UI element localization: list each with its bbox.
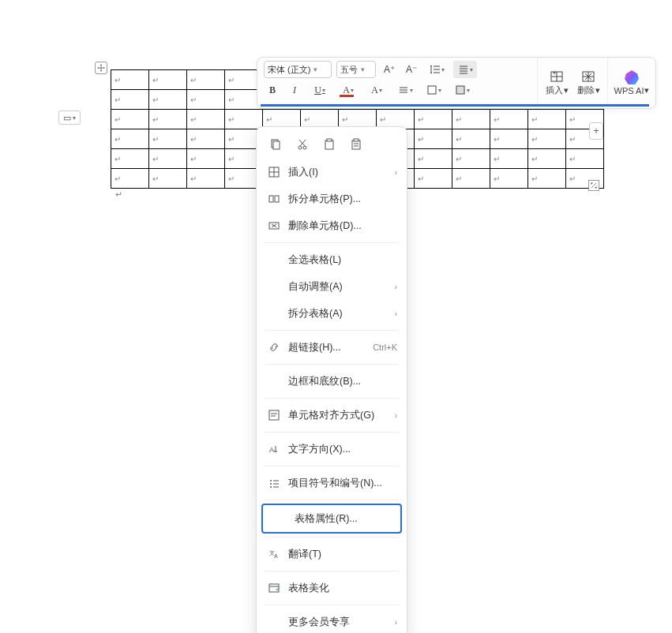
table-cell[interactable]: ↵	[452, 169, 490, 189]
highlight-color-button[interactable]: A ▾	[365, 81, 389, 99]
table-cell[interactable]: ↵	[528, 169, 566, 189]
insert-dropdown[interactable]: 插入▾	[542, 68, 571, 98]
chevron-down-icon: ▾	[644, 85, 649, 96]
table-cell[interactable]: ↵	[149, 70, 187, 90]
menu-item-translate[interactable]: 文A翻译(T)	[257, 541, 407, 567]
table-cell[interactable]: ↵	[149, 90, 187, 110]
chevron-down-icon: ▾	[322, 87, 325, 94]
table-cell[interactable]: ↵	[490, 149, 528, 169]
highlight-icon: A	[371, 84, 378, 96]
table-resize-handle[interactable]	[588, 180, 599, 191]
border-button[interactable]: ▾	[422, 81, 445, 99]
table-cell[interactable]: ↵	[415, 129, 452, 149]
bold-button[interactable]: B	[264, 81, 281, 99]
table-cell[interactable]: ↵	[490, 110, 528, 129]
table-cell[interactable]: ↵	[187, 169, 225, 189]
delete-table-icon	[581, 69, 595, 84]
table-cell[interactable]: ↵	[149, 129, 187, 149]
menu-item-split-table[interactable]: 拆分表格(A)›	[257, 300, 407, 327]
separator	[265, 500, 399, 500]
menu-item-label: 表格美化	[288, 582, 397, 595]
table-cell[interactable]: ↵	[415, 169, 452, 189]
decrease-font-button[interactable]: A⁻	[403, 61, 420, 78]
table-cell[interactable]: ↵	[452, 149, 490, 169]
table-cell[interactable]: ↵	[149, 110, 187, 129]
table-cell[interactable]: ↵	[187, 90, 225, 110]
cut-button[interactable]	[295, 137, 310, 152]
font-family-combo[interactable]: 宋体 (正文) ▾	[264, 61, 332, 78]
svg-rect-27	[269, 196, 273, 202]
table-cell[interactable]: ↵	[111, 70, 149, 90]
table-cell[interactable]: ↵	[490, 129, 528, 149]
table-cell[interactable]: ↵	[111, 110, 149, 129]
table-cell[interactable]: ↵	[225, 110, 263, 129]
menu-item-borders[interactable]: 边框和底纹(B)...	[257, 368, 407, 395]
svg-rect-2	[428, 86, 436, 94]
table-cell[interactable]: ↵	[452, 110, 490, 129]
svg-rect-3	[456, 86, 464, 94]
menu-item-table-props[interactable]: 表格属性(R)...	[263, 505, 400, 532]
table-cell[interactable]: ↵	[415, 149, 452, 169]
menu-item-bullets[interactable]: 项目符号和编号(N)...	[257, 470, 407, 496]
line-spacing-button[interactable]: ▾	[425, 61, 449, 78]
menu-item-label: 表格属性(R)...	[295, 512, 391, 526]
increase-font-button[interactable]: A⁺	[381, 61, 398, 78]
table-cell[interactable]: ↵	[528, 149, 566, 169]
shading-button[interactable]: ▾	[450, 81, 474, 99]
chevron-right-icon: ›	[395, 283, 397, 291]
menu-item-label: 单元格对齐方式(G)	[288, 409, 395, 422]
chevron-down-icon: ▾	[595, 85, 600, 96]
menu-item-text-dir[interactable]: A文字方向(X)...	[257, 436, 407, 463]
wps-ai-button[interactable]: WPS AI▾	[613, 69, 651, 97]
menu-item-insert[interactable]: 插入(I)›	[257, 159, 407, 185]
menu-item-split-cell[interactable]: 拆分单元格(P)...	[257, 185, 407, 212]
table-cell[interactable]: ↵	[490, 169, 528, 189]
table-cell[interactable]: ↵	[528, 129, 566, 149]
table-cell[interactable]: ↵	[111, 149, 149, 169]
table-cell[interactable]: ↵	[415, 110, 452, 129]
table-cell[interactable]: ↵	[111, 129, 149, 149]
delete-dropdown[interactable]: 删除▾	[574, 68, 603, 98]
separator	[265, 537, 399, 537]
table-cell[interactable]: ↵	[149, 169, 187, 189]
table-cell[interactable]: ↵	[149, 149, 187, 169]
table-cell[interactable]: ↵	[187, 129, 225, 149]
line-style-button[interactable]: ▾	[393, 81, 417, 99]
table-cell[interactable]: ↵	[111, 169, 149, 189]
menu-item-premium[interactable]: 更多会员专享›	[257, 609, 407, 633]
table-cell[interactable]: ↵	[187, 110, 225, 129]
table-move-handle[interactable]	[95, 62, 107, 74]
menu-item-beautify[interactable]: 表格美化	[257, 575, 407, 601]
menu-item-hyperlink[interactable]: 超链接(H)...Ctrl+K	[257, 334, 407, 361]
table-cell[interactable]: ↵	[452, 129, 490, 149]
table-cell[interactable]: ↵	[528, 110, 566, 129]
svg-point-37	[270, 483, 272, 485]
floating-format-toolbar: 宋体 (正文) ▾ 五号 ▾ A⁺ A⁻ ▾ ▾ B I U▾ A	[257, 57, 656, 109]
menu-item-select-table[interactable]: 全选表格(L)	[257, 246, 407, 273]
grid-icon	[266, 167, 282, 178]
underline-button[interactable]: U▾	[308, 81, 332, 99]
paste-button[interactable]	[321, 137, 337, 152]
separator	[265, 432, 399, 433]
separator	[265, 364, 399, 365]
italic-button[interactable]: I	[286, 81, 303, 99]
table-cell[interactable]: ↵	[187, 149, 225, 169]
font-size-value: 五号	[340, 64, 358, 76]
table-cell[interactable]: ↵	[187, 70, 225, 90]
copy-button[interactable]	[268, 137, 283, 152]
menu-item-autofit[interactable]: 自动调整(A)›	[257, 273, 407, 300]
menu-item-delete-cell[interactable]: 删除单元格(D)...	[257, 212, 407, 239]
svg-text:A: A	[269, 446, 274, 454]
paste-special-button[interactable]	[348, 137, 364, 152]
table-cell[interactable]: ↵	[111, 90, 149, 110]
table-cell[interactable]: ↵	[566, 149, 604, 169]
font-size-combo[interactable]: 五号 ▾	[336, 61, 376, 78]
paragraph-align-button[interactable]: ▾	[453, 61, 477, 78]
add-column-button[interactable]: +	[589, 122, 603, 140]
chevron-down-icon: ▾	[467, 87, 470, 94]
row-options-button[interactable]: ▭ ▾	[58, 110, 81, 125]
chevron-down-icon: ▾	[564, 85, 569, 96]
font-color-button[interactable]: A ▾	[336, 81, 360, 99]
line-style-icon	[398, 84, 409, 96]
menu-item-cell-align[interactable]: 单元格对齐方式(G)›	[257, 402, 407, 429]
